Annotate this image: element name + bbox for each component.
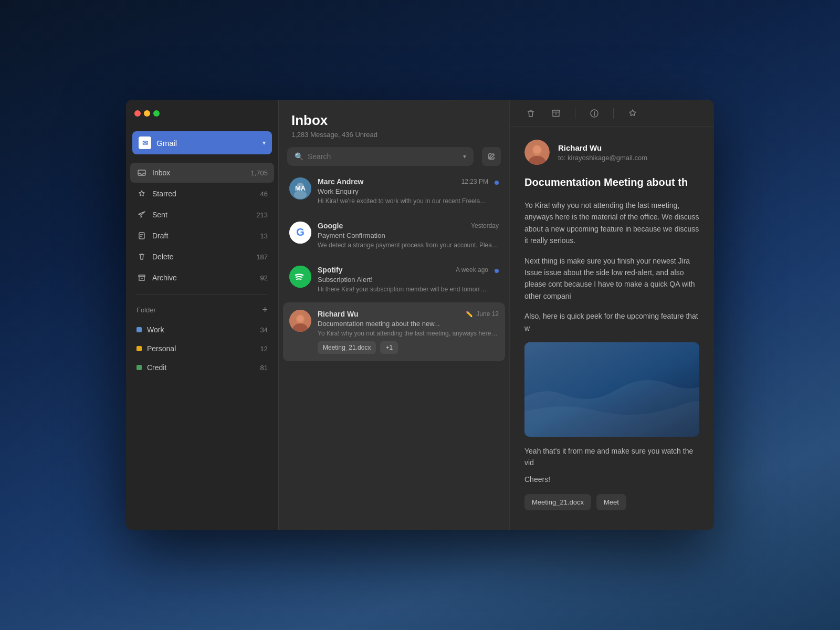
email-top: Richard Wu ✏️ June 12 — [318, 310, 499, 318]
attachment-more-label: +1 — [385, 344, 393, 351]
sidebar-item-delete[interactable]: Delete 187 — [130, 247, 274, 267]
unread-indicator — [495, 269, 499, 273]
email-content-google: Google Yesterday Payment Confirmation We… — [318, 222, 499, 249]
email-time: Yesterday — [471, 222, 499, 229]
email-item-marc[interactable]: MA Marc Andrew 12:23 PM Work Enquiry Hi … — [283, 170, 505, 212]
svg-point-20 — [533, 146, 541, 153]
svg-text:MA: MA — [295, 184, 306, 192]
sidebar-item-personal[interactable]: Personal 12 — [130, 340, 274, 358]
attachment-more[interactable]: +1 — [380, 341, 398, 354]
sidebar-item-work[interactable]: Work 34 — [130, 321, 274, 339]
email-detail: Richard Wu to: kirayoshikage@gmail.com D… — [509, 100, 714, 530]
detail-sender-avatar — [524, 140, 550, 165]
detail-footer-text: Yeah that's it from me and make sure you… — [524, 445, 699, 469]
email-sender: Spotify — [318, 266, 342, 274]
credit-label: Credit — [147, 363, 260, 372]
email-sender: Google — [318, 222, 343, 230]
sidebar-item-credit[interactable]: Credit 81 — [130, 359, 274, 376]
info-toolbar-button[interactable] — [586, 105, 603, 122]
unread-indicator — [495, 181, 499, 185]
detail-image-inner — [524, 342, 699, 437]
trash-icon — [136, 251, 147, 262]
sidebar-item-inbox[interactable]: Inbox 1,705 — [130, 163, 274, 183]
personal-label: Personal — [147, 344, 260, 353]
email-attachments: Meeting_21.docx +1 — [318, 341, 499, 354]
avatar-google: G — [289, 222, 311, 244]
chevron-down-icon: ▾ — [262, 139, 266, 146]
gmail-icon: ✉ — [139, 136, 151, 149]
sidebar-item-sent[interactable]: Sent 213 — [130, 205, 274, 225]
sidebar: ✉ Gmail ▾ Inbox 1,705 Starred 46 — [126, 100, 278, 530]
svg-text:G: G — [296, 226, 304, 238]
sent-icon — [136, 209, 147, 220]
account-selector[interactable]: ✉ Gmail ▾ — [132, 131, 272, 154]
email-subject: Documentation meeting about the new... — [318, 320, 499, 328]
email-item-richard[interactable]: Richard Wu ✏️ June 12 Documentation meet… — [283, 302, 505, 361]
credit-folder-icon — [136, 365, 142, 370]
app-window: ✉ Gmail ▾ Inbox 1,705 Starred 46 — [126, 100, 714, 530]
work-count: 34 — [260, 326, 268, 334]
email-subject: Subscription Alert! — [318, 276, 488, 284]
detail-from: Richard Wu to: kirayoshikage@gmail.com — [524, 140, 699, 165]
star-toolbar-button[interactable] — [624, 105, 641, 122]
inbox-count: 1,705 — [250, 169, 268, 177]
search-bar[interactable]: 🔍 ▾ — [287, 147, 474, 166]
add-folder-button[interactable]: + — [262, 305, 268, 314]
attachment-name: Meeting_21.docx — [323, 344, 371, 351]
inbox-header: Inbox 1,283 Message, 436 Unread — [279, 100, 509, 147]
detail-subject: Documentation Meeting about th — [524, 175, 699, 189]
filter-icon[interactable]: ▾ — [463, 153, 466, 160]
starred-label: Starred — [152, 190, 260, 198]
search-icon: 🔍 — [295, 152, 303, 161]
email-sender: Marc Andrew — [318, 177, 363, 186]
delete-toolbar-button[interactable] — [522, 105, 539, 122]
email-time: A week ago — [456, 266, 488, 274]
draft-icon — [136, 230, 147, 241]
email-item-google[interactable]: G Google Yesterday Payment Confirmation … — [283, 214, 505, 256]
email-time: June 12 — [476, 310, 499, 318]
minimize-button[interactable] — [144, 110, 150, 117]
detail-body: Richard Wu to: kirayoshikage@gmail.com D… — [510, 127, 714, 530]
personal-folder-icon — [136, 346, 142, 351]
email-time: 12:23 PM — [461, 178, 488, 185]
svg-rect-2 — [139, 275, 145, 277]
close-button[interactable] — [134, 110, 141, 117]
svg-point-14 — [297, 316, 303, 322]
archive-count: 92 — [260, 274, 268, 282]
detail-attachment-2[interactable]: Meet — [596, 494, 626, 510]
archive-toolbar-button[interactable] — [548, 105, 564, 122]
sidebar-item-archive[interactable]: Archive 92 — [130, 268, 274, 288]
detail-preview-image — [524, 342, 699, 437]
inbox-title: Inbox — [291, 112, 497, 129]
nav-items: Inbox 1,705 Starred 46 Sent 213 — [126, 163, 278, 530]
compose-button[interactable] — [482, 147, 501, 166]
work-folder-icon — [136, 327, 142, 332]
starred-count: 46 — [260, 190, 268, 198]
email-content-spotify: Spotify A week ago Subscription Alert! H… — [318, 266, 488, 293]
email-item-spotify[interactable]: Spotify A week ago Subscription Alert! H… — [283, 258, 505, 300]
avatar-spotify — [289, 266, 311, 288]
search-input[interactable] — [308, 152, 459, 161]
avatar-richard — [289, 310, 311, 332]
personal-count: 12 — [260, 345, 268, 353]
email-subject: Work Enquiry — [318, 187, 488, 195]
detail-toolbar — [510, 100, 714, 127]
account-left: ✉ Gmail — [139, 136, 177, 149]
detail-attachment-1[interactable]: Meeting_21.docx — [524, 494, 591, 510]
traffic-lights — [134, 110, 160, 117]
maximize-button[interactable] — [153, 110, 160, 117]
work-label: Work — [147, 326, 260, 334]
sidebar-item-draft[interactable]: Draft 13 — [130, 226, 274, 246]
email-list: MA Marc Andrew 12:23 PM Work Enquiry Hi … — [279, 170, 509, 530]
nav-divider — [136, 294, 268, 295]
attachment-chip[interactable]: Meeting_21.docx — [318, 341, 376, 354]
star-icon — [136, 188, 147, 199]
email-content-marc: Marc Andrew 12:23 PM Work Enquiry Hi Kir… — [318, 177, 488, 205]
svg-rect-1 — [139, 233, 144, 239]
email-preview: We detect a strange payment process from… — [318, 242, 499, 249]
inbox-subtitle: 1,283 Message, 436 Unread — [291, 131, 497, 139]
folder-title: Folder — [136, 306, 156, 314]
sidebar-item-starred[interactable]: Starred 46 — [130, 184, 274, 204]
detail-sign: Cheers! — [524, 475, 699, 484]
svg-rect-15 — [552, 110, 560, 112]
